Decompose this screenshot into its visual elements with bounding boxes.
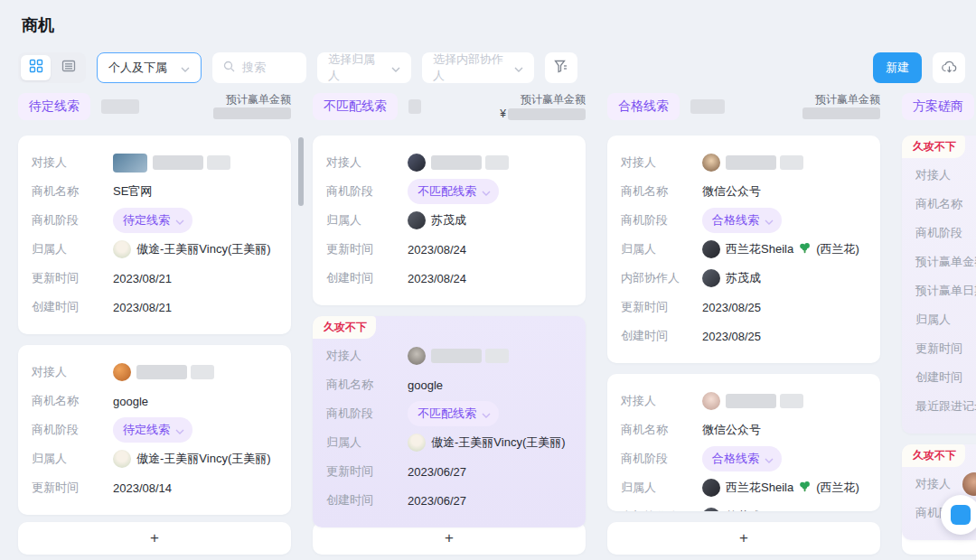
field-value: google	[408, 378, 443, 392]
field-value: google	[113, 395, 148, 408]
card-field-row: 对接人	[915, 161, 976, 190]
filter-funnel-icon	[554, 60, 568, 76]
field-label: 商机阶段	[32, 212, 113, 229]
collaborator-select-placeholder: 选择内部协作人	[433, 51, 507, 84]
field-label: 商机名称	[621, 422, 702, 438]
list-view-button[interactable]	[53, 55, 83, 80]
opportunity-card[interactable]: 对接人商机名称微信公众号商机阶段合格线索归属人西兰花Sheila(西兰花)内部协…	[607, 135, 880, 363]
filter-button[interactable]	[545, 52, 577, 83]
card-field-row: 归属人傲途-王美丽Vincy(王美丽)	[32, 235, 277, 264]
field-value: 2023/08/24	[408, 243, 466, 257]
stuck-badge: 久攻不下	[902, 135, 965, 158]
field-value	[113, 154, 230, 173]
stage-dropdown-value: 待定线索	[123, 422, 170, 438]
owner-select[interactable]: 选择归属人	[317, 52, 411, 83]
stage-dropdown-value: 合格线索	[712, 212, 759, 229]
stage-dropdown-tag[interactable]: 待定线索	[113, 208, 192, 233]
floating-assistant-button[interactable]	[941, 495, 976, 535]
field-value	[702, 392, 803, 410]
field-label: 归属人	[621, 241, 702, 257]
add-card-button[interactable]: +	[18, 522, 291, 555]
stage-dropdown-value: 不匹配线索	[418, 183, 476, 200]
field-label: 更新时间	[326, 241, 408, 257]
field-value: 不匹配线索	[408, 179, 499, 204]
column-header: 方案磋商预计赢单金额	[902, 93, 976, 135]
currency-symbol: ¥	[500, 107, 506, 120]
stage-dropdown-tag[interactable]: 待定线索	[113, 417, 192, 443]
redacted-count	[101, 99, 139, 114]
field-label: 商机阶段	[621, 451, 702, 467]
chevron-down-icon	[514, 61, 523, 75]
redacted-name	[780, 155, 803, 170]
broccoli-icon	[799, 481, 811, 495]
field-label: 商机阶段	[326, 406, 408, 422]
card-list: 久攻不下对接人商机名称商机阶段预计赢单金额预计赢单日期归属人更新时间创建时间最近…	[902, 135, 976, 522]
opportunity-card[interactable]: 久攻不下对接人商机名称google商机阶段不匹配线索归属人傲途-王美丽Vincy…	[313, 316, 586, 527]
stage-dropdown-tag[interactable]: 合格线索	[702, 208, 782, 233]
stage-dropdown-tag[interactable]: 合格线索	[702, 446, 782, 471]
field-label: 归属人	[621, 480, 702, 496]
field-label: 对接人	[326, 348, 408, 364]
cloud-download-button[interactable]	[933, 52, 965, 83]
card-field-row: 对接人	[621, 387, 867, 415]
opportunity-card[interactable]: 对接人商机名称SE官网商机阶段待定线索归属人傲途-王美丽Vincy(王美丽)更新…	[18, 135, 291, 334]
card-field-row: 商机阶段待定线索	[32, 415, 277, 444]
field-value	[408, 347, 509, 365]
chevron-down-icon	[482, 185, 491, 199]
kanban-view-button[interactable]	[21, 55, 51, 80]
field-value: 2023/08/25	[702, 330, 761, 343]
avatar	[702, 269, 720, 287]
field-label: 更新时间	[326, 463, 408, 480]
add-card-button[interactable]: +	[607, 522, 880, 555]
card-field-row: 更新时间2023/08/24	[326, 235, 572, 264]
search-placeholder: 搜索	[242, 60, 266, 76]
stage-dropdown-tag[interactable]: 不匹配线索	[408, 401, 499, 426]
person-name-suffix: (西兰花)	[816, 480, 859, 496]
field-label: 预计赢单金额	[915, 254, 976, 270]
opportunity-card[interactable]: 对接人商机阶段不匹配线索归属人苏茂成更新时间2023/08/24创建时间2023…	[313, 135, 586, 305]
field-label: 商机名称	[32, 393, 113, 409]
expected-amount-label: 预计赢单金额	[213, 93, 291, 106]
view-toggle-group	[18, 52, 86, 83]
search-input[interactable]: 搜索	[212, 52, 306, 83]
field-label: 创建时间	[326, 270, 408, 286]
card-field-row: 对接人	[621, 148, 867, 177]
redacted-name	[136, 365, 187, 379]
column-scrollbar[interactable]	[298, 137, 304, 206]
avatar-redacted	[702, 392, 720, 410]
field-label: 商机阶段	[915, 225, 976, 241]
scope-select[interactable]: 个人及下属	[97, 52, 202, 83]
avatar	[702, 508, 720, 511]
card-field-row: 创建时间2023/08/21	[32, 293, 277, 322]
field-label: 归属人	[32, 241, 113, 257]
card-field-row: 商机阶段合格线索	[621, 206, 867, 235]
person-name: 傲途-王美丽Vincy(王美丽)	[136, 241, 271, 257]
field-label: 对接人	[326, 154, 408, 171]
create-new-button[interactable]: 新建	[873, 52, 922, 83]
field-value: 2023/06/27	[408, 494, 466, 508]
collaborator-select[interactable]: 选择内部协作人	[422, 52, 534, 83]
kanban-column-1: 待定线索预计赢单金额对接人商机名称SE官网商机阶段待定线索归属人傲途-王美丽Vi…	[18, 93, 291, 560]
person-name: 傲途-王美丽Vincy(王美丽)	[431, 434, 566, 451]
opportunity-card[interactable]: 对接人商机名称微信公众号商机阶段合格线索归属人西兰花Sheila(西兰花)内部协…	[607, 374, 880, 511]
field-label: 商机名称	[915, 196, 976, 212]
field-label: 归属人	[32, 451, 113, 467]
stage-dropdown-tag[interactable]: 不匹配线索	[408, 179, 499, 204]
redacted-amount	[508, 108, 586, 120]
stage-dropdown-value: 待定线索	[123, 212, 170, 229]
redacted-name	[726, 394, 776, 408]
field-label: 创建时间	[621, 328, 702, 344]
redacted-name	[485, 155, 509, 170]
field-value: 微信公众号	[702, 422, 761, 438]
field-value: 西兰花Sheila(西兰花)	[702, 479, 859, 497]
field-label: 更新时间	[621, 299, 702, 315]
field-value: 2023/08/25	[702, 301, 761, 314]
card-field-row: 创建时间2023/08/25	[621, 322, 867, 350]
toolbar: 个人及下属 搜索 选择归属人 选择内部协作人 新建	[18, 51, 976, 84]
opportunity-card[interactable]: 久攻不下对接人商机名称商机阶段预计赢单金额预计赢单日期归属人更新时间创建时间最近…	[902, 135, 976, 434]
avatar	[702, 479, 720, 497]
redacted-amount	[802, 107, 880, 119]
opportunity-card[interactable]: 对接人商机名称google商机阶段待定线索归属人傲途-王美丽Vincy(王美丽)…	[18, 345, 291, 515]
card-field-row: 更新时间2023/08/21	[32, 264, 277, 293]
card-field-row: 归属人西兰花Sheila(西兰花)	[621, 473, 867, 502]
